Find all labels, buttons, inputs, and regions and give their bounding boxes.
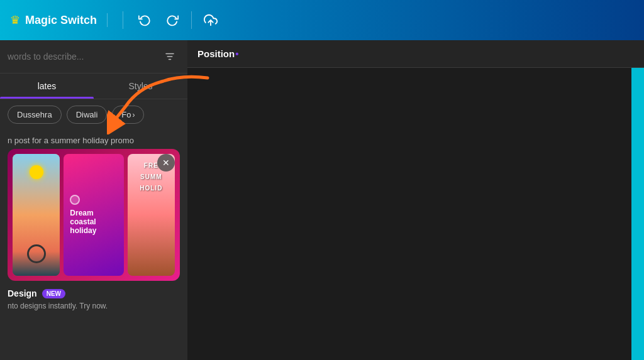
main-content: lates Styles Dussehra Diwali Fo ›: [0, 40, 644, 360]
kids-image: FRE SUMM HOLID: [128, 154, 175, 276]
circle-logo: [27, 244, 46, 263]
sub-card-radio: [70, 195, 117, 205]
prompt-text: n post for a summer holiday promo: [0, 130, 187, 149]
position-dot: •: [235, 48, 238, 59]
chip-more-icon: ›: [132, 111, 135, 119]
ai-design-section: Design NEW nto designs instantly. Try no…: [0, 281, 187, 317]
ai-design-desc: nto designs instantly. Try now.: [8, 301, 180, 312]
sub-card-beach: [13, 154, 60, 276]
sun-decoration: [30, 165, 43, 179]
header-toolbar: [133, 9, 222, 31]
canvas-main[interactable]: [187, 68, 644, 360]
sidebar: lates Styles Dussehra Diwali Fo ›: [0, 40, 187, 360]
toolbar-divider-2: [191, 11, 192, 29]
tab-templates[interactable]: lates: [0, 74, 94, 99]
canvas-area: Position•: [187, 40, 644, 360]
canvas-top-bar: Position•: [187, 40, 644, 68]
tabs-bar: lates Styles: [0, 74, 187, 99]
radio-indicator: [70, 195, 80, 205]
sub-card-free: FRE SUMM HOLID: [128, 154, 175, 276]
redo-icon: [166, 14, 179, 26]
dream-title: Dreamcoastalholiday: [70, 209, 117, 236]
undo-button[interactable]: [133, 9, 156, 31]
template-preview: n post for a summer holiday promo ✕: [0, 130, 187, 360]
upload-icon: [204, 13, 218, 27]
brand-title: Magic Switch: [25, 14, 97, 27]
beach-image: [13, 154, 60, 276]
search-input[interactable]: [8, 52, 160, 62]
redo-button[interactable]: [161, 9, 184, 31]
undo-icon: [138, 14, 151, 26]
position-label: Position•: [197, 48, 238, 59]
chip-diwali[interactable]: Diwali: [67, 106, 108, 124]
filter-button[interactable]: [160, 46, 180, 67]
header: ♛ Magic Switch: [0, 0, 644, 40]
preview-card: ✕: [8, 149, 180, 281]
search-bar: [0, 40, 187, 74]
sub-cards: Dreamcoastalholiday FRE SUMM HOLID: [8, 149, 180, 281]
chip-fo[interactable]: Fo ›: [112, 106, 144, 124]
teal-sidebar-bar: [631, 68, 644, 360]
ai-design-header: Design NEW: [8, 288, 180, 298]
close-button[interactable]: ✕: [157, 154, 175, 172]
ai-design-title: Design: [8, 288, 37, 298]
chip-dussehra[interactable]: Dussehra: [8, 106, 62, 124]
tab-styles[interactable]: Styles: [94, 74, 187, 99]
filter-icon: [164, 51, 175, 62]
sub-card-dream: Dreamcoastalholiday: [64, 154, 123, 276]
toolbar-divider: [123, 11, 123, 29]
new-badge: NEW: [42, 289, 65, 298]
chips-row: Dussehra Diwali Fo ›: [0, 99, 187, 130]
brand-section: ♛ Magic Switch: [10, 13, 108, 27]
upload-button[interactable]: [199, 9, 222, 31]
crown-icon: ♛: [10, 13, 20, 27]
